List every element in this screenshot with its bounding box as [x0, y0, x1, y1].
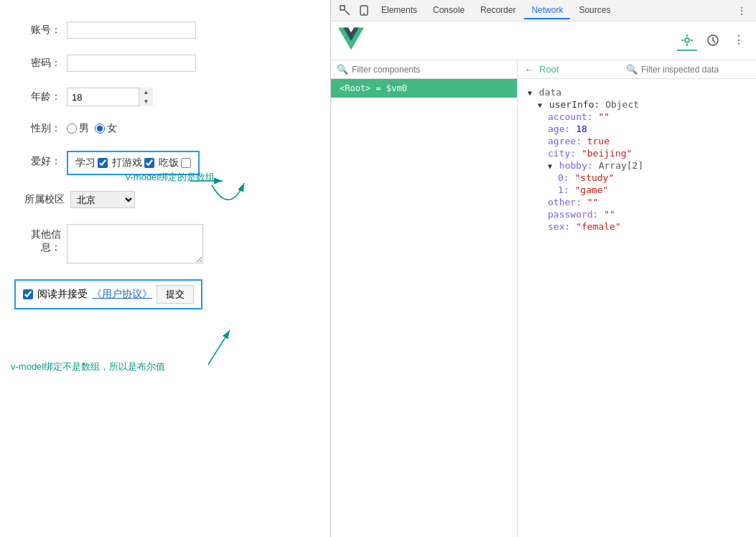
data-triangle: ▼ — [528, 89, 532, 97]
svg-point-6 — [363, 13, 365, 14]
hobby-eat-item: 吃饭 — [159, 157, 191, 169]
tab-console[interactable]: Console — [426, 2, 472, 19]
password-row: 密码： — [14, 55, 316, 72]
agree-checkbox[interactable] — [23, 289, 33, 299]
gender-female-item: 女 — [95, 122, 117, 135]
device-toolbar-icon[interactable] — [355, 2, 373, 19]
data-section: data — [539, 87, 561, 98]
gender-male-item: 男 — [67, 122, 89, 135]
vue-toolbar-icons: ⋮ — [677, 31, 749, 51]
userinfo-type: Object — [605, 99, 639, 110]
tab-elements[interactable]: Elements — [374, 2, 424, 19]
hobby0-val: "study" — [574, 172, 614, 183]
account-key: account: — [548, 111, 598, 122]
vue-more-icon[interactable]: ⋮ — [729, 31, 749, 51]
submit-button[interactable]: 提交 — [157, 285, 194, 304]
password-label: 密码： — [14, 57, 61, 70]
password-key: password: — [548, 209, 604, 220]
component-filter-input[interactable] — [352, 65, 511, 75]
field-age: age: 18 — [528, 123, 746, 135]
vue-history-icon[interactable] — [703, 31, 723, 51]
svg-line-3 — [208, 330, 230, 365]
agree-box: 阅读并接受 《用户协议》 提交 — [14, 279, 202, 309]
city-val: "beijing" — [582, 148, 632, 159]
city-key: city: — [548, 148, 582, 159]
age-key: age: — [548, 123, 576, 134]
agree-row: 阅读并接受 《用户协议》 提交 — [14, 279, 316, 309]
vue-data-panel: ← Root 🔍 ▼ data ▼ userInfo: — [518, 60, 756, 537]
tab-network[interactable]: Network — [524, 2, 570, 19]
agree-annotation-text: v-model绑定不是数组，所以是布尔值 — [11, 361, 165, 372]
devtools-panel: Elements Console Recorder Network Source… — [330, 0, 756, 537]
other-row: 其他信息： — [14, 224, 316, 263]
other-key: other: — [548, 197, 587, 207]
agree-val: true — [587, 136, 610, 146]
agree-annotation: v-model绑定不是数组，所以是布尔值 — [11, 360, 165, 373]
data-label: ▼ data — [528, 86, 746, 98]
root-component-item[interactable]: <Root> = $vm0 — [331, 79, 517, 98]
sex-key: sex: — [548, 221, 576, 232]
other-val: "" — [587, 197, 599, 207]
hobby-game-checkbox[interactable] — [144, 158, 154, 168]
annotation-arrows — [0, 0, 330, 537]
hobby-label: 爱好： — [14, 151, 61, 168]
hobby-triangle: ▼ — [548, 162, 552, 170]
agree-key: agree: — [548, 136, 587, 146]
account-input[interactable] — [67, 22, 196, 39]
password-val: "" — [604, 209, 615, 220]
password-input[interactable] — [67, 55, 196, 72]
gender-group: 男 女 — [67, 122, 117, 135]
age-label: 年龄： — [14, 90, 61, 103]
gender-row: 性别： 男 女 — [14, 122, 316, 135]
tab-recorder[interactable]: Recorder — [473, 2, 523, 19]
svg-point-7 — [685, 38, 689, 42]
agree-text: 阅读并接受 — [37, 288, 88, 301]
devtools-toolbar: Elements Console Recorder Network Source… — [331, 0, 756, 22]
hobby-study-label: 学习 — [75, 157, 95, 169]
other-textarea[interactable] — [67, 224, 203, 263]
field-hobby-0: 0: "study" — [528, 172, 746, 184]
form-panel: 账号： 密码： 年龄： ▲ ▼ 性别： 男 女 — [0, 0, 330, 537]
field-account: account: "" — [528, 111, 746, 123]
field-password: password: "" — [528, 208, 746, 220]
vue-tree-panel: 🔍 <Root> = $vm0 — [331, 60, 518, 537]
age-row: 年龄： ▲ ▼ — [14, 88, 316, 106]
sex-val: "female" — [576, 221, 621, 232]
campus-select[interactable]: 北京 上海 广州 深圳 — [70, 191, 135, 208]
hobby1-key: 1: — [558, 185, 574, 195]
gender-female-radio[interactable] — [95, 123, 105, 134]
vue-component-icon[interactable] — [677, 31, 697, 51]
other-label: 其他信息： — [14, 224, 61, 254]
more-tools-icon[interactable]: ⋮ — [733, 2, 750, 19]
inspect-filter-input[interactable] — [641, 65, 749, 75]
hobby-study-checkbox[interactable] — [98, 158, 108, 168]
hobby-eat-checkbox[interactable] — [181, 158, 191, 168]
breadcrumb-root: Root — [539, 64, 559, 75]
vue-inspect-filter: 🔍 — [626, 64, 749, 75]
inspect-search-icon: 🔍 — [626, 64, 638, 75]
hobby-game-item: 打游戏 — [112, 157, 154, 169]
vue-devtools: ⋮ 🔍 <Root> = $vm0 ← Root — [331, 22, 756, 537]
campus-row: 所属校区 北京 上海 广州 深圳 — [14, 191, 316, 208]
filter-search-icon: 🔍 — [337, 64, 348, 75]
tab-sources[interactable]: Sources — [571, 2, 617, 19]
userinfo-label: ▼ userInfo: Object — [528, 98, 746, 111]
vue-breadcrumb-bar: ← Root 🔍 — [518, 60, 756, 79]
campus-label: 所属校区 — [14, 193, 65, 206]
gender-male-radio[interactable] — [67, 123, 77, 134]
vue-data-content: ▼ data ▼ userInfo: Object account: "" — [518, 79, 756, 537]
field-sex: sex: "female" — [528, 220, 746, 233]
age-decrement[interactable]: ▼ — [139, 97, 153, 106]
field-hobby: ▼ hobby: Array[2] — [528, 159, 746, 172]
hobby-box: 学习 打游戏 吃饭 — [67, 151, 200, 175]
field-city: city: "beijing" — [528, 147, 746, 159]
inspect-element-icon[interactable] — [337, 2, 354, 19]
age-increment[interactable]: ▲ — [139, 88, 153, 97]
field-agree: agree: true — [528, 135, 746, 147]
userinfo-triangle: ▼ — [538, 101, 542, 109]
vue-top-bar: ⋮ — [331, 22, 756, 60]
breadcrumb-arrow: ← — [525, 65, 533, 75]
agree-link[interactable]: 《用户协议》 — [92, 288, 152, 301]
account-label: 账号： — [14, 24, 61, 37]
gender-male-label: 男 — [79, 122, 89, 135]
